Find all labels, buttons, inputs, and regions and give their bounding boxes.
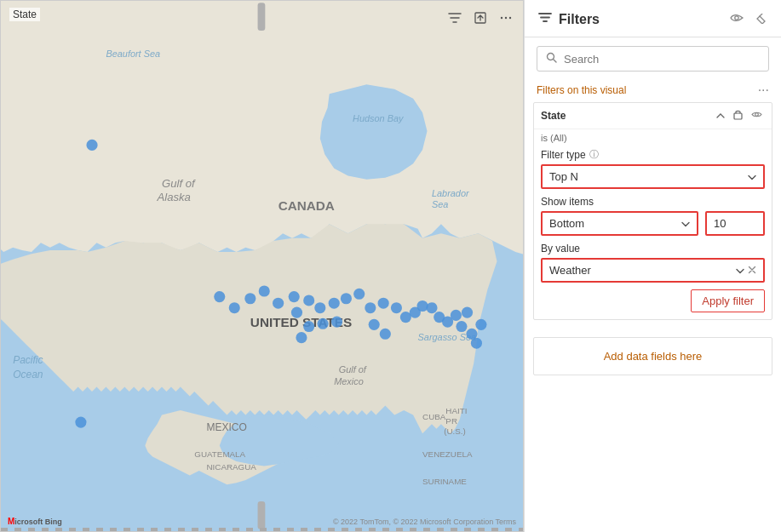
svg-text:VENEZUELA: VENEZUELA [422,449,473,459]
svg-point-52 [462,307,473,318]
by-value-actions [736,264,756,277]
filter-type-value: Top N [549,170,748,183]
svg-text:Sea: Sea [432,199,448,209]
svg-text:GUATEMALA: GUATEMALA [194,449,245,459]
filters-eye-button[interactable] [728,10,745,28]
map-svg: Pacific Ocean Gulf of Alaska Beaufort Se… [1,1,523,531]
svg-point-50 [451,310,462,321]
svg-point-31 [244,293,256,304]
svg-text:Gulf of: Gulf of [339,364,367,375]
filter-type-label: Filter type ⓘ [541,148,765,161]
state-filter-body: is (All) Filter type ⓘ Top N [534,129,772,319]
svg-point-27 [86,140,97,151]
state-filter-eye-button[interactable] [749,109,765,123]
svg-rect-62 [258,3,266,31]
filters-header: Filters [525,0,781,37]
svg-text:Gulf of: Gulf of [162,177,196,190]
by-value-label: By value [541,243,765,255]
svg-text:Labrador: Labrador [432,188,469,198]
svg-point-60 [369,319,380,330]
svg-point-66 [735,16,738,20]
svg-text:Alaska: Alaska [157,191,191,203]
state-filter-collapse-button[interactable] [714,109,727,123]
svg-point-40 [353,289,365,300]
svg-text:Mexico: Mexico [334,376,364,386]
svg-point-29 [214,291,225,302]
svg-point-54 [471,338,482,349]
svg-point-38 [329,298,340,309]
svg-text:HAITI: HAITI [445,406,467,415]
map-title: State [9,8,40,21]
svg-point-55 [475,319,486,330]
svg-text:NICARAGUA: NICARAGUA [206,462,256,472]
svg-text:Pacific: Pacific [13,354,43,366]
svg-point-42 [378,298,389,309]
svg-point-36 [291,307,302,318]
state-filter-header: State [534,103,772,129]
map-more-button[interactable] [496,8,516,28]
svg-point-34 [289,291,300,302]
svg-point-57 [318,318,329,329]
show-direction-value: Bottom [549,217,681,230]
by-value-text: Weather [549,264,736,277]
svg-point-35 [303,295,314,306]
svg-point-3 [509,17,511,19]
svg-point-47 [426,302,437,313]
map-toolbar [445,8,516,28]
svg-rect-63 [258,501,266,529]
svg-point-43 [391,302,402,313]
filter-type-chevron-icon [748,172,756,182]
svg-point-61 [380,329,391,340]
show-count-input[interactable] [714,217,756,230]
svg-text:MEXICO: MEXICO [206,421,246,433]
show-items-row: Bottom [541,211,765,236]
state-filter-lock-button[interactable] [731,108,745,123]
search-box[interactable] [537,46,769,72]
search-input[interactable] [564,53,760,66]
map-export-button[interactable] [470,8,491,28]
svg-point-46 [416,300,428,312]
map-container: State [0,0,524,532]
svg-text:(U.S.): (U.S.) [444,426,466,436]
state-filter-subtitle: is (All) [541,133,765,143]
filters-panel: Filters [524,0,781,532]
svg-point-32 [259,285,270,296]
state-filter-actions [714,108,765,123]
section-more-button[interactable]: ··· [758,83,769,97]
svg-point-58 [303,321,314,332]
svg-point-30 [229,302,240,313]
state-filter-card: State [533,102,772,320]
filter-type-select[interactable]: Top N [541,164,765,189]
apply-filter-button[interactable]: Apply filter [691,289,765,312]
svg-text:Ocean: Ocean [13,369,43,380]
filter-icon [538,11,552,28]
filter-type-info-icon: ⓘ [589,148,599,161]
svg-point-1 [501,17,502,19]
by-value-clear-button[interactable] [748,264,756,277]
show-items-label: Show items [541,196,765,208]
svg-point-59 [296,332,307,343]
section-header: Filters on this visual ··· [525,80,781,102]
svg-text:CANADA: CANADA [279,198,335,213]
svg-point-33 [273,298,284,309]
svg-point-39 [341,293,352,304]
main-wrapper: State [0,0,781,532]
svg-point-37 [314,302,325,313]
by-value-chevron-button[interactable] [736,264,744,277]
show-direction-chevron-icon [681,217,690,230]
show-direction-select[interactable]: Bottom [541,211,698,236]
section-title: Filters on this visual [537,84,626,96]
svg-text:CUBA: CUBA [422,412,446,421]
svg-point-28 [75,417,86,428]
by-value-select[interactable]: Weather [541,258,765,283]
show-count-input-container[interactable] [705,211,765,236]
svg-text:Beaufort Sea: Beaufort Sea [106,49,160,59]
map-bing-logo: Microsoft Bing [8,517,62,526]
svg-text:PR: PR [445,416,457,426]
svg-point-41 [365,302,376,313]
map-copyright: © 2022 TomTom, © 2022 Microsoft Corporat… [333,518,516,526]
state-filter-title: State [541,110,566,122]
filters-expand-button[interactable] [752,11,767,28]
svg-rect-68 [734,113,742,119]
map-filter-button[interactable] [445,8,465,28]
